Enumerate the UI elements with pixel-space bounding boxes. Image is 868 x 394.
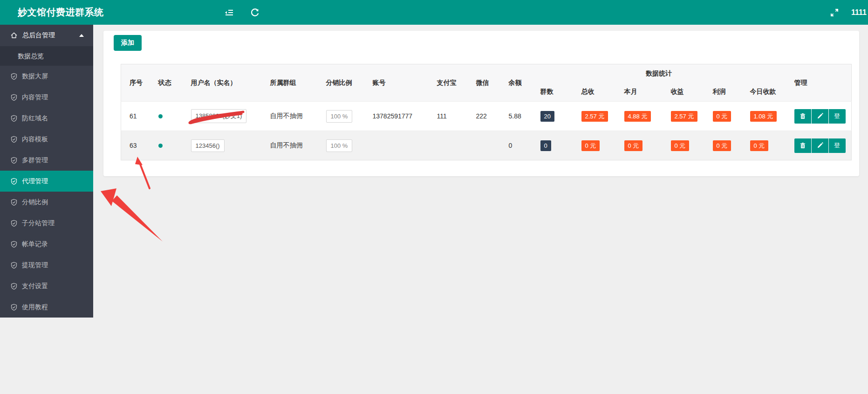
col-header-income: 收益 bbox=[663, 83, 704, 102]
month-badge: 4.88 元 bbox=[624, 111, 651, 122]
shield-check-icon bbox=[10, 283, 18, 290]
username-box[interactable]: 123456() bbox=[191, 139, 225, 152]
cell-income: 0 元 bbox=[663, 131, 704, 160]
total-badge: 0 元 bbox=[581, 140, 600, 151]
month-badge: 0 元 bbox=[624, 140, 643, 151]
col-header-month: 本月 bbox=[616, 83, 663, 102]
sidebar-item-label: 数据大屏 bbox=[22, 72, 48, 81]
ratio-box[interactable]: 100 % bbox=[326, 139, 353, 152]
col-header-ratio: 分销比例 bbox=[318, 64, 364, 102]
shield-check-icon bbox=[10, 241, 18, 248]
sidebar-item-label: 数据总览 bbox=[18, 52, 44, 60]
sidebar-item-substation-mgmt[interactable]: 子分站管理 bbox=[0, 213, 93, 234]
main-content: 添加 序号 状态 用户名（实名） 所属群组 分销比例 账号 支付宝 微信 余 bbox=[93, 25, 868, 394]
shield-check-icon bbox=[10, 73, 18, 80]
ratio-box[interactable]: 100 % bbox=[326, 110, 353, 123]
sidebar-item-label: 分销比例 bbox=[22, 198, 48, 207]
status-dot bbox=[158, 144, 163, 148]
sidebar-item-main-admin[interactable]: 总后台管理 bbox=[0, 25, 93, 46]
group-count-badge: 0 bbox=[540, 140, 551, 151]
col-header-status: 状态 bbox=[150, 64, 183, 102]
chevron-up-icon bbox=[79, 34, 84, 37]
shield-check-icon bbox=[10, 262, 18, 269]
app-title: 妙文馆付费进群系统 bbox=[18, 0, 104, 25]
col-header-account: 账号 bbox=[364, 64, 429, 102]
add-button[interactable]: 添加 bbox=[114, 35, 142, 51]
sidebar-item-data-screen[interactable]: 数据大屏 bbox=[0, 66, 93, 87]
col-header-wechat: 微信 bbox=[468, 64, 500, 102]
fullscreen-icon[interactable] bbox=[829, 7, 840, 18]
username-display[interactable]: 1111 bbox=[851, 0, 867, 25]
login-as-button[interactable]: 登 bbox=[829, 109, 846, 124]
sidebar-item-payment-settings[interactable]: 支付设置 bbox=[0, 276, 93, 297]
sidebar-item-label: 总后台管理 bbox=[22, 31, 55, 40]
today-badge: 1.08 元 bbox=[750, 111, 777, 122]
cell-wechat bbox=[468, 131, 500, 160]
refresh-icon[interactable] bbox=[250, 7, 260, 18]
cell-wechat: 222 bbox=[468, 102, 500, 131]
sidebar-item-label: 防红域名 bbox=[22, 114, 48, 123]
shield-check-icon bbox=[10, 94, 18, 101]
shield-check-icon bbox=[10, 199, 18, 206]
cell-balance: 5.88 bbox=[500, 102, 532, 131]
sidebar-item-agent-mgmt[interactable]: 代理管理 bbox=[0, 171, 93, 192]
col-header-group-count: 群数 bbox=[532, 83, 573, 102]
profit-badge: 0 元 bbox=[713, 140, 731, 151]
cell-group-count: 20 bbox=[532, 102, 573, 131]
sidebar-item-label: 支付设置 bbox=[22, 282, 48, 290]
sidebar-item-distribution-ratio[interactable]: 分销比例 bbox=[0, 192, 93, 213]
col-header-balance: 余额 bbox=[500, 64, 532, 102]
today-badge: 0 元 bbox=[750, 140, 769, 151]
content-card: 添加 序号 状态 用户名（实名） 所属群组 分销比例 账号 支付宝 微信 余 bbox=[103, 31, 859, 176]
col-header-profit: 利润 bbox=[704, 83, 742, 102]
col-header-seq: 序号 bbox=[121, 64, 150, 102]
top-bar: 妙文馆付费进群系统 1111 bbox=[0, 0, 868, 25]
cell-seq: 63 bbox=[121, 131, 150, 160]
sidebar-item-data-overview[interactable]: 数据总览 bbox=[0, 46, 93, 66]
sidebar-item-antired-domain[interactable]: 防红域名 bbox=[0, 108, 93, 129]
sidebar-item-label: 内容管理 bbox=[22, 93, 48, 102]
sidebar-item-content-mgmt[interactable]: 内容管理 bbox=[0, 87, 93, 108]
status-dot bbox=[158, 114, 163, 118]
cell-profit: 0 元 bbox=[704, 131, 742, 160]
sidebar-item-multi-group[interactable]: 多群管理 bbox=[0, 150, 93, 171]
cell-balance: 0 bbox=[500, 131, 532, 160]
cell-alipay bbox=[429, 131, 468, 160]
cell-total: 0 元 bbox=[573, 131, 616, 160]
login-as-button[interactable]: 登 bbox=[829, 138, 846, 153]
sidebar-item-label: 子分站管理 bbox=[22, 219, 55, 228]
shield-check-icon bbox=[10, 178, 18, 185]
sidebar-item-label: 代理管理 bbox=[22, 177, 48, 186]
cell-today: 1.08 元 bbox=[742, 102, 786, 131]
cell-income: 2.57 元 bbox=[663, 102, 704, 131]
sidebar-item-bill-records[interactable]: 帐单记录 bbox=[0, 234, 93, 255]
sidebar-item-content-template[interactable]: 内容模板 bbox=[0, 129, 93, 150]
total-badge: 2.57 元 bbox=[581, 111, 608, 122]
cell-group-count: 0 bbox=[532, 131, 573, 160]
trash-icon bbox=[800, 142, 806, 149]
income-badge: 0 元 bbox=[671, 140, 690, 151]
delete-button[interactable] bbox=[794, 109, 811, 124]
cell-account bbox=[364, 131, 429, 160]
shield-check-icon bbox=[10, 136, 18, 143]
trash-icon bbox=[800, 113, 806, 119]
sidebar-item-withdrawal-mgmt[interactable]: 提现管理 bbox=[0, 255, 93, 276]
col-header-group: 所属群组 bbox=[262, 64, 318, 102]
cell-username: 13858888(妙文1) bbox=[183, 102, 262, 131]
edit-button[interactable] bbox=[812, 109, 828, 124]
cell-ratio: 100 % bbox=[318, 102, 364, 131]
delete-button[interactable] bbox=[794, 138, 811, 153]
cell-username: 123456() bbox=[183, 131, 262, 160]
cell-month: 0 元 bbox=[616, 131, 663, 160]
profit-badge: 0 元 bbox=[713, 111, 731, 122]
username-box[interactable]: 13858888(妙文1) bbox=[191, 109, 247, 123]
collapse-menu-icon[interactable] bbox=[224, 7, 234, 18]
sidebar-item-tutorial[interactable]: 使用教程 bbox=[0, 297, 93, 318]
cell-profit: 0 元 bbox=[704, 102, 742, 131]
cell-month: 4.88 元 bbox=[616, 102, 663, 131]
cell-total: 2.57 元 bbox=[573, 102, 616, 131]
edit-button[interactable] bbox=[812, 138, 828, 153]
cell-seq: 61 bbox=[121, 102, 150, 131]
col-header-username: 用户名（实名） bbox=[183, 64, 262, 102]
col-header-stats-group: 数据统计 bbox=[532, 64, 786, 83]
